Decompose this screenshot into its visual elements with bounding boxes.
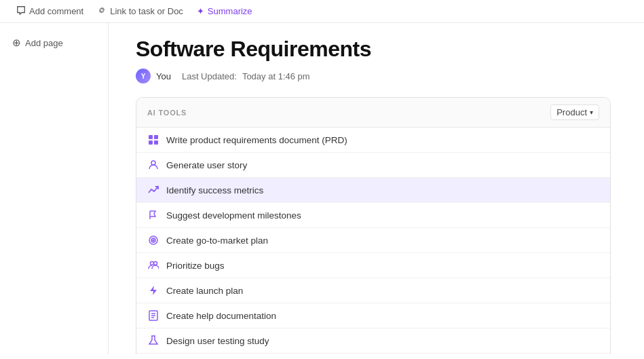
page-title: Software Requirements	[136, 37, 617, 62]
ai-list-item-label: Design user testing study	[166, 336, 269, 346]
svg-rect-0	[149, 135, 153, 139]
ai-list-item-label: Create help documentation	[166, 311, 276, 321]
link-task-label: Link to task or Doc	[110, 6, 183, 16]
last-updated-label: Last Updated:	[182, 71, 237, 81]
flag-icon	[147, 209, 159, 221]
chart-icon	[147, 184, 159, 196]
ai-list-item[interactable]: Prioritize bugs	[136, 253, 610, 278]
people-icon	[147, 259, 159, 271]
add-comment-button[interactable]: Add comment	[16, 5, 83, 17]
ai-tools-label: AI TOOLS	[147, 109, 187, 117]
product-filter-label: Product	[556, 107, 587, 117]
ai-list-item[interactable]: Create help documentation	[136, 303, 610, 328]
link-icon	[97, 5, 107, 17]
chevron-down-icon: ▾	[590, 109, 593, 116]
summarize-button[interactable]: ✦ Summarize	[197, 6, 252, 16]
lightning-icon	[147, 284, 159, 297]
svg-point-4	[151, 161, 155, 165]
page-meta: Y You Last Updated: Today at 1:46 pm	[136, 69, 617, 83]
ai-list-item-label: Suggest development milestones	[166, 210, 301, 221]
link-task-button[interactable]: Link to task or Doc	[97, 5, 183, 17]
svg-rect-1	[154, 135, 158, 139]
ai-list-item[interactable]: Write product requirements document (PRD…	[136, 128, 610, 153]
layout: ⊕ Add page Software Requirements Y You L…	[0, 23, 644, 354]
toolbar: Add comment Link to task or Doc ✦ Summar…	[0, 0, 644, 23]
author-name: You	[156, 71, 171, 81]
add-comment-label: Add comment	[29, 6, 83, 16]
user-icon	[147, 159, 159, 171]
last-updated-value: Today at 1:46 pm	[242, 71, 310, 81]
ai-list-item[interactable]: Create market research survey	[136, 354, 610, 354]
ai-list-item[interactable]: Identify success metrics	[136, 178, 610, 203]
svg-marker-10	[150, 286, 157, 295]
ai-panel-header: AI TOOLS Product ▾	[136, 98, 610, 128]
add-page-label: Add page	[25, 38, 63, 48]
svg-point-7	[153, 240, 154, 241]
flask-icon	[147, 335, 159, 347]
add-page-button[interactable]: ⊕ Add page	[8, 34, 100, 52]
sparkle-icon: ✦	[197, 6, 204, 16]
ai-tools-list: Write product requirements document (PRD…	[136, 128, 610, 354]
ai-list-item[interactable]: Create go-to-market plan	[136, 228, 610, 253]
ai-tools-panel: AI TOOLS Product ▾ Write product require…	[136, 97, 611, 354]
ai-list-item-label: Write product requirements document (PRD…	[166, 135, 347, 145]
svg-point-9	[154, 262, 157, 265]
book-icon	[147, 309, 159, 322]
ai-list-item-label: Identify success metrics	[166, 185, 263, 195]
sidebar: ⊕ Add page	[0, 23, 109, 354]
target-icon	[147, 234, 159, 246]
product-filter-button[interactable]: Product ▾	[550, 105, 599, 120]
comment-icon	[16, 5, 26, 17]
ai-list-item[interactable]: Design user testing study	[136, 328, 610, 354]
ai-list-item-label: Prioritize bugs	[166, 261, 225, 271]
summarize-label: Summarize	[208, 6, 252, 16]
main-content: Software Requirements Y You Last Updated…	[109, 23, 644, 354]
ai-list-item-label: Create launch plan	[166, 286, 243, 296]
svg-rect-2	[149, 140, 153, 145]
add-page-icon: ⊕	[12, 37, 21, 49]
ai-list-item[interactable]: Suggest development milestones	[136, 203, 610, 228]
ai-list-item-label: Create go-to-market plan	[166, 235, 268, 246]
ai-list-item[interactable]: Generate user story	[136, 153, 610, 178]
avatar: Y	[136, 69, 151, 83]
svg-rect-3	[154, 140, 158, 145]
grid-icon	[147, 134, 159, 146]
ai-list-item[interactable]: Create launch plan	[136, 278, 610, 303]
ai-list-item-label: Generate user story	[166, 160, 247, 170]
